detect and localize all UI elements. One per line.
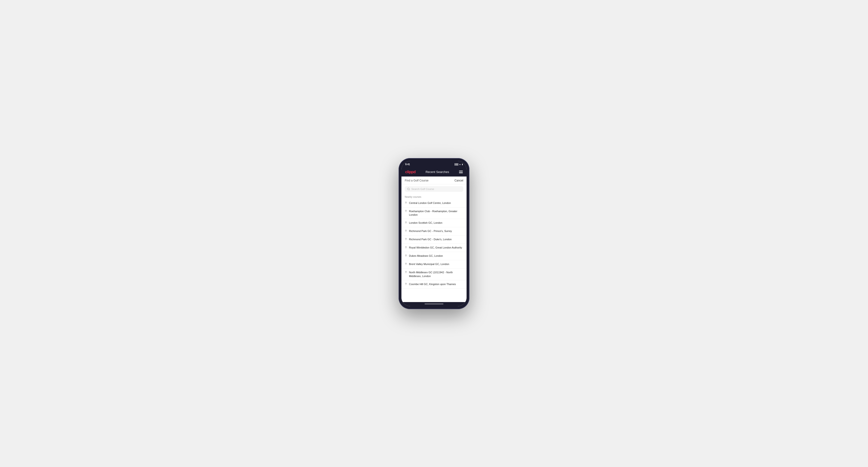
list-item[interactable]: Central London Golf Centre, London	[401, 199, 467, 208]
course-name: Central London Golf Centre, London	[409, 201, 451, 205]
course-name: North Middlesex GC (1011942 - North Midd…	[409, 271, 463, 278]
list-item[interactable]: Brent Valley Municipal GC, London	[401, 260, 467, 269]
home-bar	[425, 304, 443, 304]
list-item[interactable]: North Middlesex GC (1011942 - North Midd…	[401, 269, 467, 280]
find-header: Find a Golf Course Cancel	[401, 177, 467, 184]
course-name: Richmond Park GC - Prince's, Surrey	[409, 229, 452, 233]
search-box[interactable]: Search Golf Course	[405, 186, 463, 192]
search-box-wrap: Search Golf Course	[401, 184, 467, 194]
list-item[interactable]: Richmond Park GC - Duke's, London	[401, 236, 467, 244]
battery-icon: ▮	[462, 163, 463, 165]
svg-line-1	[409, 189, 409, 190]
list-item[interactable]: London Scottish GC, London	[401, 219, 467, 227]
course-name: Coombe Hill GC, Kingston upon Thames	[409, 282, 456, 286]
status-bar: 9:41 ▐▐▐ ▲ ▮	[401, 161, 467, 168]
svg-point-5	[406, 230, 406, 231]
pin-icon	[405, 262, 407, 266]
wifi-icon: ▲	[459, 163, 461, 165]
nav-bar: clippd Recent Searches	[401, 168, 467, 177]
phone-frame: 9:41 ▐▐▐ ▲ ▮ clippd Recent Searches Find…	[399, 158, 469, 309]
course-name: London Scottish GC, London	[409, 221, 442, 225]
svg-point-2	[406, 202, 406, 203]
list-item[interactable]: Roehampton Club - Roehampton, Greater Lo…	[401, 208, 467, 219]
pin-icon	[405, 246, 407, 250]
pin-icon	[405, 254, 407, 258]
svg-point-4	[406, 222, 406, 222]
status-icons: ▐▐▐ ▲ ▮	[454, 163, 463, 165]
svg-point-10	[406, 272, 406, 272]
svg-point-7	[406, 247, 406, 247]
pin-icon	[405, 283, 407, 286]
pin-icon	[405, 221, 407, 225]
menu-icon[interactable]	[459, 170, 463, 173]
pin-icon	[405, 229, 407, 233]
list-item[interactable]: Coombe Hill GC, Kingston upon Thames	[401, 280, 467, 289]
pin-icon	[405, 271, 407, 275]
svg-point-6	[406, 239, 406, 239]
svg-point-11	[406, 283, 406, 284]
home-indicator	[401, 302, 467, 306]
list-item[interactable]: Richmond Park GC - Prince's, Surrey	[401, 227, 467, 236]
svg-point-8	[406, 255, 406, 255]
svg-point-9	[406, 263, 406, 264]
content-area: Find a Golf Course Cancel Search Golf Co…	[401, 177, 467, 302]
nearby-section: Nearby courses Central London Golf Centr…	[401, 194, 467, 302]
search-icon	[407, 188, 410, 190]
course-name: Dukes Meadows GC, London	[409, 254, 443, 258]
find-label: Find a Golf Course	[405, 179, 429, 182]
course-name: Royal Wimbledon GC, Great London Authori…	[409, 246, 462, 249]
pin-icon	[405, 201, 407, 205]
status-time: 9:41	[405, 163, 410, 166]
app-logo: clippd	[405, 170, 415, 174]
nav-title: Recent Searches	[426, 170, 449, 174]
course-name: Richmond Park GC - Duke's, London	[409, 238, 452, 241]
list-item[interactable]: Dukes Meadows GC, London	[401, 252, 467, 260]
search-placeholder: Search Golf Course	[411, 188, 434, 190]
signal-icon: ▐▐▐	[454, 163, 458, 165]
pin-icon	[405, 238, 407, 241]
nearby-heading: Nearby courses	[401, 194, 467, 199]
course-name: Roehampton Club - Roehampton, Greater Lo…	[409, 210, 463, 217]
course-name: Brent Valley Municipal GC, London	[409, 262, 449, 266]
cancel-button[interactable]: Cancel	[455, 179, 463, 182]
svg-point-3	[406, 210, 406, 211]
phone-screen: 9:41 ▐▐▐ ▲ ▮ clippd Recent Searches Find…	[401, 161, 467, 306]
list-item[interactable]: Royal Wimbledon GC, Great London Authori…	[401, 244, 467, 252]
pin-icon	[405, 210, 407, 213]
